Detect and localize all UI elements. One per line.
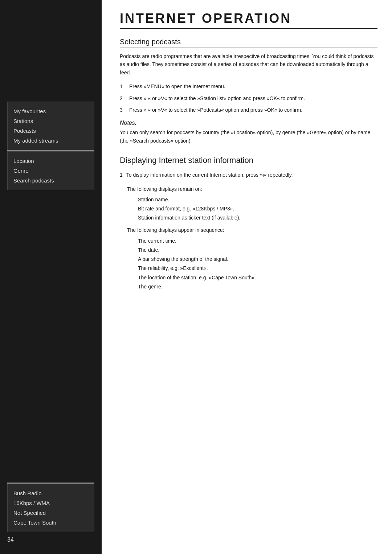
- sidebar-spacer: [0, 190, 102, 483]
- following-remain-list: Station name. Bit rate and format, e.g. …: [138, 195, 377, 223]
- step-3-text: Press » « or »V« to select the »Podcasts…: [129, 106, 302, 114]
- display-step-1: 1 To display information on the current …: [120, 171, 377, 179]
- following-sequence-list: The current time. The date. A bar showin…: [138, 237, 377, 291]
- sequence-item-2: A bar showing the strength of the signal…: [138, 255, 377, 264]
- following-remain-section: The following displays remain on: Statio…: [127, 185, 377, 223]
- display-steps-list: 1 To display information on the current …: [120, 171, 377, 179]
- remain-item-0: Station name.: [138, 195, 377, 204]
- sidebar-item-genre[interactable]: Genre: [13, 166, 88, 176]
- sidebar-item-stations[interactable]: Stations: [13, 116, 88, 126]
- page-title: INTERNET OPERATION: [120, 11, 377, 29]
- sequence-item-1: The date.: [138, 246, 377, 255]
- display-step-1-num: 1: [120, 171, 123, 179]
- sidebar-item-location[interactable]: Location: [13, 156, 88, 166]
- step-1: 1 Press »MENU« to open the Internet menu…: [120, 82, 377, 90]
- sequence-item-0: The current time.: [138, 237, 377, 246]
- section-heading-selecting-podcasts: Selecting podcasts: [120, 38, 377, 48]
- step-1-num: 1: [120, 82, 126, 90]
- step-1-text: Press »MENU« to open the Internet menu.: [129, 82, 225, 90]
- sequence-item-5: The genre.: [138, 282, 377, 291]
- sidebar-item-bitrate: 16Kbps / WMA: [13, 498, 88, 508]
- sidebar-item-my-added-streams[interactable]: My added streams: [13, 136, 88, 145]
- following-sequence-intro: The following displays appear in sequenc…: [127, 226, 377, 234]
- section-intro-podcasts: Podcasts are radio programmes that are a…: [120, 52, 377, 77]
- notes-heading: Notes:: [120, 120, 377, 126]
- page-container: My favourites Stations Podcasts My added…: [0, 0, 392, 554]
- sidebar: My favourites Stations Podcasts My added…: [0, 0, 102, 554]
- sidebar-item-not-specified: Not Specified: [13, 508, 88, 518]
- sidebar-menu-3: Bush Radio 16Kbps / WMA Not Specified Ca…: [7, 484, 94, 532]
- page-number: 34: [7, 537, 14, 543]
- sidebar-item-podcasts[interactable]: Podcasts: [13, 126, 88, 136]
- main-content: INTERNET OPERATION Selecting podcasts Po…: [102, 0, 392, 554]
- step-3: 3 Press » « or »V« to select the »Podcas…: [120, 106, 377, 114]
- sidebar-item-cape-town: Cape Town South: [13, 518, 88, 528]
- remain-item-2: Station information as ticker text (if a…: [138, 213, 377, 222]
- sidebar-menu-1: My favourites Stations Podcasts My added…: [7, 102, 94, 150]
- section-heading-displaying-info: Displaying Internet station information: [120, 156, 377, 165]
- following-sequence-section: The following displays appear in sequenc…: [127, 226, 377, 291]
- sidebar-item-bush-radio: Bush Radio: [13, 488, 88, 498]
- sequence-item-4: The location of the station, e.g. »Cape …: [138, 273, 377, 282]
- display-step-1-text: To display information on the current In…: [126, 171, 293, 179]
- sidebar-item-search-podcasts[interactable]: Search podcasts: [13, 176, 88, 185]
- sequence-item-3: The reliability, e.g. »Excellent«.: [138, 264, 377, 273]
- notes-text: You can only search for podcasts by coun…: [120, 128, 377, 145]
- following-remain-intro: The following displays remain on:: [127, 185, 377, 193]
- step-2: 2 Press » « or »V« to select the »Statio…: [120, 94, 377, 102]
- step-3-num: 3: [120, 106, 126, 114]
- sidebar-item-my-favourites[interactable]: My favourites: [13, 106, 88, 116]
- step-2-num: 2: [120, 94, 126, 102]
- sidebar-menu-2: Location Genre Search podcasts: [7, 151, 94, 190]
- steps-list-podcasts: 1 Press »MENU« to open the Internet menu…: [120, 82, 377, 114]
- remain-item-1: Bit rate and format, e.g. »128Kbps / MP3…: [138, 204, 377, 213]
- step-2-text: Press » « or »V« to select the »Station …: [129, 94, 305, 102]
